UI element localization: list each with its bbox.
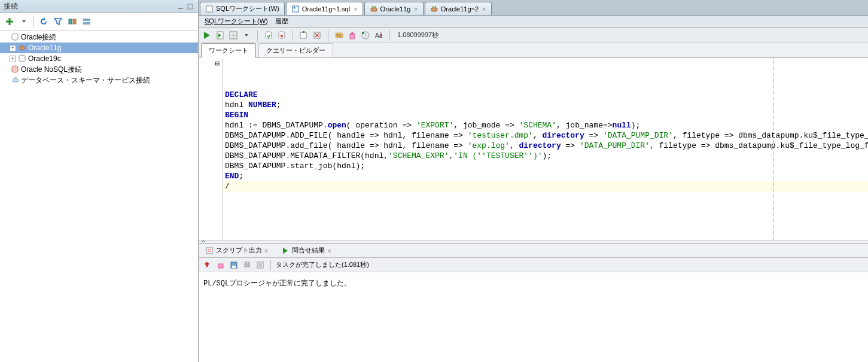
- expand-button[interactable]: +: [10, 45, 16, 51]
- code-line[interactable]: DBMS_DATAPUMP.add_file( handle => hdnl, …: [223, 141, 868, 151]
- close-icon[interactable]: ×: [414, 5, 418, 13]
- tab-query-result[interactable]: 問合せ結果 ×: [277, 244, 335, 257]
- svg-rect-16: [431, 8, 437, 11]
- svg-rect-0: [178, 8, 183, 9]
- worksheet-toolbar: SQL Aa 1.08099997秒: [199, 28, 868, 43]
- code-line[interactable]: END;: [223, 171, 868, 181]
- print-button[interactable]: [242, 260, 252, 270]
- dock-icon[interactable]: [186, 2, 194, 11]
- close-icon[interactable]: ×: [354, 5, 357, 13]
- code-line[interactable]: DBMS_DATAPUMP.METADATA_FILTER(hdnl,'SCHE…: [223, 151, 868, 161]
- subtitle-worksheet[interactable]: SQLワークシート(W): [201, 16, 272, 27]
- svg-point-12: [293, 7, 295, 8]
- svg-text:SQL: SQL: [336, 34, 342, 37]
- svg-rect-36: [245, 264, 249, 267]
- cancel-button[interactable]: [311, 29, 323, 41]
- minimize-icon[interactable]: [176, 2, 185, 11]
- svg-rect-7: [20, 46, 25, 50]
- svg-rect-33: [218, 264, 223, 268]
- code-editor[interactable]: ⊟ DECLAREhdnl NUMBER;BEGINhdnl := DBMS_D…: [199, 58, 868, 240]
- script-output-icon: [205, 247, 214, 255]
- commit-button[interactable]: [263, 29, 275, 41]
- code-line[interactable]: hdnl NUMBER;: [223, 100, 868, 110]
- svg-rect-35: [232, 266, 236, 268]
- clear-button[interactable]: [346, 29, 358, 41]
- tree-item-oracle11g[interactable]: + Oracle11g: [0, 42, 198, 53]
- result-status: タスクが完了しました(1.081秒): [276, 260, 369, 269]
- tab-script-output[interactable]: スクリプト出力 ×: [201, 244, 272, 257]
- tree-root-oracle[interactable]: Oracle接続: [0, 32, 198, 42]
- tab-query-builder[interactable]: クエリー・ビルダー: [258, 43, 333, 57]
- svg-rect-17: [433, 6, 434, 8]
- close-icon[interactable]: ×: [327, 247, 331, 254]
- svg-rect-18: [435, 6, 436, 8]
- connection-icon: [430, 5, 438, 13]
- close-icon[interactable]: ×: [482, 5, 486, 13]
- clear-output-button[interactable]: [215, 260, 226, 270]
- svg-rect-5: [83, 22, 90, 25]
- connections-panel: 接続 Oracle接続 + Oracle11g: [0, 0, 199, 362]
- rollback-button[interactable]: [276, 29, 288, 41]
- subtitle-bar: SQLワークシート(W) 履歴: [199, 16, 868, 28]
- code-line[interactable]: /: [223, 181, 868, 191]
- svg-rect-14: [372, 6, 373, 8]
- dropdown-icon[interactable]: [18, 16, 30, 28]
- sql-button[interactable]: SQL: [333, 29, 345, 41]
- expand-button[interactable]: +: [10, 56, 16, 62]
- result-output: PL/SQLプロシージャが正常に完了しました。: [199, 272, 868, 362]
- tab-worksheet[interactable]: ワークシート: [201, 43, 256, 58]
- new-connection-button[interactable]: [4, 16, 16, 28]
- tab-oracle11g[interactable]: Oracle11g ×: [364, 2, 424, 15]
- run-button[interactable]: [201, 29, 213, 41]
- cloud-icon: [10, 75, 20, 85]
- worksheet-tabs: ワークシート クエリー・ビルダー: [199, 43, 868, 58]
- dropdown-icon[interactable]: [240, 29, 252, 41]
- connection-icon: [370, 5, 378, 13]
- code-line[interactable]: DBMS_DATAPUMP.ADD_FILE( handle => hdnl, …: [223, 130, 868, 141]
- buffer-button[interactable]: [255, 260, 266, 270]
- svg-rect-24: [303, 31, 304, 33]
- database-icon: [10, 32, 20, 42]
- refresh-icon[interactable]: [38, 16, 50, 28]
- execution-duration: 1.08099997秒: [395, 31, 438, 39]
- gutter: ⊟: [199, 58, 223, 240]
- result-tabs: スクリプト出力 × 問合せ結果 ×: [199, 244, 868, 258]
- subtitle-history[interactable]: 履歴: [272, 16, 292, 27]
- history-button[interactable]: [360, 29, 371, 41]
- tab-oracle11g-1-sql[interactable]: Oracle11g~1.sql ×: [286, 2, 363, 15]
- code-line[interactable]: DECLARE: [223, 90, 868, 100]
- tree-service[interactable]: データベース・スキーマ・サービス接続: [0, 75, 198, 86]
- run-icon: [281, 247, 290, 255]
- tns-icon[interactable]: [66, 16, 78, 28]
- tab-oracle11g-2[interactable]: Oracle11g~2 ×: [425, 2, 492, 15]
- editor-tabs: SQLワークシート(W) Oracle11g~1.sql × Oracle11g…: [199, 0, 868, 16]
- svg-text:Aa: Aa: [375, 32, 383, 39]
- close-icon[interactable]: ×: [264, 247, 268, 254]
- code-line[interactable]: hdnl := DBMS_DATAPUMP.open( operation =>…: [223, 120, 868, 130]
- result-toolbar: タスクが完了しました(1.081秒): [199, 258, 868, 272]
- filter-icon[interactable]: [52, 16, 64, 28]
- code-line[interactable]: BEGIN: [223, 110, 868, 120]
- svg-rect-13: [371, 8, 377, 11]
- tree-item-oracle19c[interactable]: + Oracle19c: [0, 53, 198, 64]
- run-script-button[interactable]: [214, 29, 226, 41]
- sqlfile-icon: [291, 5, 300, 13]
- explain-plan-button[interactable]: [227, 29, 239, 41]
- svg-rect-11: [293, 6, 299, 12]
- code-line[interactable]: DBMS_DATAPUMP.start_job(hdnl);: [223, 161, 868, 171]
- unshared-button[interactable]: [298, 29, 310, 41]
- svg-rect-28: [350, 34, 355, 39]
- svg-rect-23: [300, 32, 306, 38]
- svg-rect-15: [374, 6, 376, 8]
- database-icon: [17, 54, 27, 63]
- tab-sqlworksheet[interactable]: SQLワークシート(W): [200, 2, 285, 15]
- svg-rect-4: [83, 19, 90, 21]
- tree-nosql[interactable]: Oracle NoSQL接続: [0, 64, 198, 75]
- expand-icon[interactable]: [81, 16, 93, 28]
- connections-tree: Oracle接続 + Oracle11g + Oracle19c Oracle …: [0, 31, 198, 362]
- pin-button[interactable]: [202, 260, 213, 270]
- svg-rect-2: [69, 19, 72, 24]
- format-button[interactable]: Aa: [373, 29, 385, 41]
- svg-rect-32: [206, 248, 212, 254]
- save-button[interactable]: [229, 260, 239, 270]
